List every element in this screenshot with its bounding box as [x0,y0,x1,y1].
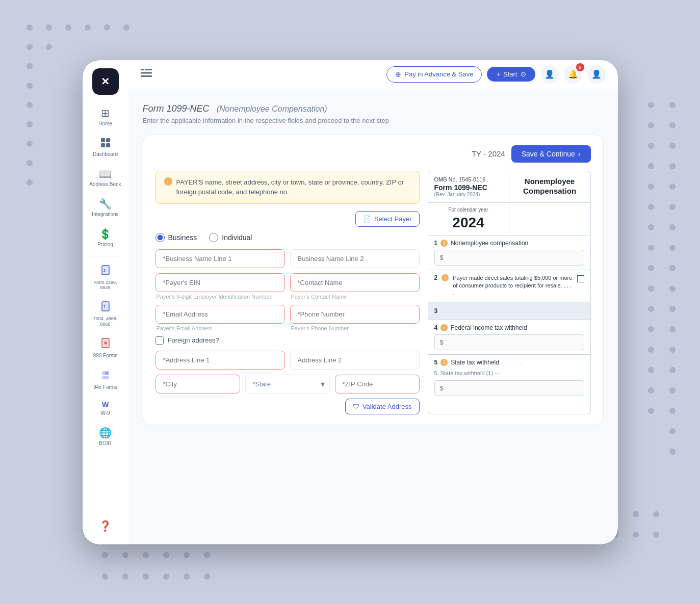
pay-advance-button[interactable]: ⊕ Pay in Advance & Save [386,66,482,83]
sidebar-item-label: Integrations [92,212,118,218]
irs-section-5-sub: 5. State tax withheld (1) — [434,370,584,376]
sidebar-item-integrations[interactable]: 🔧 Integrations [86,194,125,222]
zip-input[interactable] [335,375,420,393]
sidebar-item-home[interactable]: ⊞ Home [86,103,125,131]
start-button[interactable]: + Start ⊙ [487,67,535,82]
pricing-icon: 💲 [99,228,112,240]
sidebar-item-94x[interactable]: 94x Forms [86,365,125,395]
sidebar-item-w9[interactable]: W W-9 [86,397,125,421]
irs-section-2-checkbox[interactable] [577,275,584,282]
phone-group: Payer's Phone Number [290,305,420,331]
content-area: ⊕ Pay in Advance & Save + Start ⊙ 👤 🔔 5 … [128,60,618,544]
svg-text:2: 2 [103,269,106,272]
irs-section-2-info-icon: i [442,274,449,281]
business-name-row [155,249,420,268]
phone-input[interactable] [290,305,420,324]
save-continue-button[interactable]: Save & Continue › [511,145,591,163]
sidebar-item-pricing[interactable]: 💲 Pricing [86,224,125,252]
help-icon: ❓ [99,520,112,532]
payer-ein-group: Payer's 9-digit Employer Identification … [155,273,285,300]
irs-section-4-input[interactable] [434,334,584,350]
app-logo[interactable]: ✕ [92,68,119,95]
validate-address-button[interactable]: 🛡 Validate Address [345,399,420,414]
irs-rev: (Rev. January 2024) [434,192,503,197]
address-row [155,351,420,370]
address-line2-input[interactable] [290,351,420,370]
individual-radio-label[interactable]: Individual [209,233,252,242]
irs-section-2-row: 2 i Payer made direct sales totaling $5,… [434,274,584,298]
email-input[interactable] [155,305,285,324]
irs-section-1-header: 1 i Nonemployee compensation [434,240,584,247]
svg-rect-15 [102,376,109,379]
business-radio-label[interactable]: Business [155,233,197,242]
menu-toggle[interactable] [141,69,152,80]
form-subtitle: (Nonemployee Compensation) [217,104,327,113]
contacts-button[interactable]: 👤 [540,65,559,84]
svg-rect-19 [141,75,152,77]
form-card: TY - 2024 Save & Continue › i PAYER'S na… [143,135,604,425]
sidebar-item-boir[interactable]: 🌐 BOIR [86,423,125,451]
sidebar-item-form-2290[interactable]: 2 Form 2290, 8849 [86,260,125,295]
validate-label: Validate Address [362,403,412,410]
svg-rect-18 [141,72,152,74]
irs-section-1-num: 1 [434,240,438,247]
svg-rect-2 [101,143,105,147]
irs-section-1-input[interactable] [434,250,584,266]
sidebar-item-label: 990 Forms [93,353,118,359]
irs-section-4: 4 i Federal income tax withheld [428,320,590,355]
payer-ein-input[interactable] [155,273,285,292]
business-name-2-input[interactable] [290,249,420,268]
business-radio[interactable] [155,233,165,242]
irs-omb-section: OMB No. 1545-0116 Form 1099-NEC (Rev. Ja… [428,171,509,203]
address-line1-input[interactable] [155,351,285,370]
sidebar-item-label: 7004, 4868, 8868 [89,316,122,327]
svg-point-14 [105,371,109,375]
page-description: Enter the applicable information in the … [143,117,604,124]
boir-icon: 🌐 [99,427,112,439]
sidebar-item-help[interactable]: ❓ [86,516,125,536]
select-payer-button[interactable]: 📄 Select Payer [355,211,420,227]
irs-section-4-label: Federal income tax withheld [451,324,527,331]
start-arrow-icon: ⊙ [521,70,526,78]
irs-calendar-row: For calendar year 2024 [428,203,590,235]
profile-icon: 👤 [591,69,602,79]
profile-button[interactable]: 👤 [587,65,606,84]
sidebar-item-dashboard[interactable]: Dashboard [86,133,125,162]
ty-year: TY - 2024 [472,149,505,158]
integrations-icon: 🔧 [99,198,112,210]
individual-label: Individual [222,233,252,242]
contact-name-input[interactable] [290,273,420,292]
individual-radio[interactable] [209,233,218,242]
irs-section-3-num: 3 [434,307,438,314]
sidebar-item-990[interactable]: 990 Forms [86,333,125,363]
sidebar-item-address-book[interactable]: 📖 Address Book [86,164,125,192]
sidebar-item-label: 94x Forms [93,384,117,390]
irs-section-5-input[interactable] [434,380,584,396]
foreign-address-checkbox[interactable] [155,336,164,345]
city-input[interactable] [155,375,240,393]
irs-section-5-info-icon: i [440,359,448,366]
email-helper: Payer's Email Address [155,325,285,331]
top-header: ⊕ Pay in Advance & Save + Start ⊙ 👤 🔔 5 … [128,60,618,89]
state-select[interactable]: *State AL CA NY TX [245,375,330,393]
foreign-address-label: Foreign address? [168,336,219,344]
form-name: Form 1099-NEC [143,103,210,114]
payer-type-radio-group: Business Individual [155,233,420,242]
state-select-wrapper: *State AL CA NY TX ▾ [245,375,330,393]
notifications-button[interactable]: 🔔 5 [564,65,582,84]
irs-section-4-header: 4 i Federal income tax withheld [434,324,584,331]
save-continue-label: Save & Continue [522,150,575,158]
irs-section-4-info-icon: i [440,324,448,331]
page-content: Form 1099-NEC (Nonemployee Compensation)… [128,89,618,544]
business-name-1-input[interactable] [155,249,285,268]
home-icon: ⊞ [101,107,110,119]
start-label: Start [503,70,517,78]
form-7004-icon: 7 [100,301,111,314]
irs-section-4-num: 4 [434,324,438,331]
logo-icon: ✕ [101,75,110,88]
irs-form-name: Form 1099-NEC [434,183,503,192]
irs-calendar-year: 2024 [434,215,503,231]
sidebar-item-form-7004[interactable]: 7 7004, 4868, 8868 [86,297,125,331]
business-name-2-group [290,249,420,268]
irs-section-1: 1 i Nonemployee compensation [428,235,590,270]
